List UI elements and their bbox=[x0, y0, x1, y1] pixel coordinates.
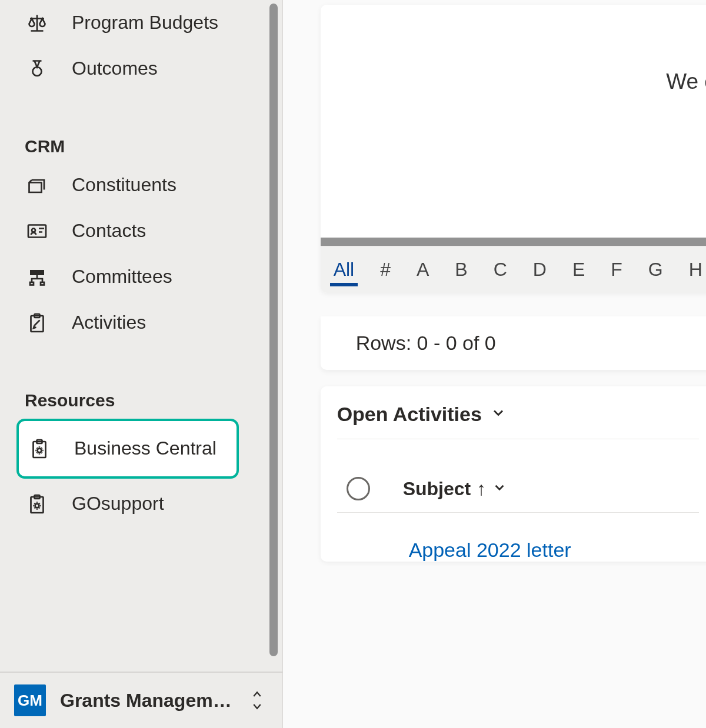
sidebar-item-program-budgets[interactable]: Program Budgets bbox=[0, 0, 259, 46]
sidebar: Program Budgets Outcomes CRM Constituent… bbox=[0, 0, 283, 728]
app-switch-icon[interactable] bbox=[246, 684, 268, 716]
clipboard-gear-icon bbox=[27, 436, 52, 461]
alpha-filter-g[interactable]: G bbox=[645, 253, 667, 286]
list-header: Subject ↑ bbox=[321, 439, 706, 512]
activity-link[interactable]: Appeal 2022 letter bbox=[409, 539, 571, 561]
open-activities-toggle[interactable]: Open Activities bbox=[321, 386, 706, 439]
horizontal-scrollbar[interactable] bbox=[321, 238, 706, 246]
alpha-filter-d[interactable]: D bbox=[530, 253, 550, 286]
select-all-checkbox[interactable] bbox=[347, 477, 370, 500]
sidebar-item-label: Activities bbox=[72, 310, 146, 335]
sidebar-item-label: Contacts bbox=[72, 219, 146, 243]
sidebar-item-constituents[interactable]: Constituents bbox=[0, 162, 259, 208]
empty-state-message: We c bbox=[321, 5, 706, 94]
svg-point-2 bbox=[32, 229, 35, 232]
alpha-filter-e[interactable]: E bbox=[569, 253, 588, 286]
sort-arrow-up-icon: ↑ bbox=[477, 478, 486, 500]
svg-rect-4 bbox=[30, 282, 34, 285]
column-header-subject[interactable]: Subject ↑ bbox=[403, 478, 508, 500]
alphabet-filter: All#ABCDEFGH bbox=[321, 246, 706, 293]
sidebar-item-activities[interactable]: Activities bbox=[0, 300, 259, 346]
alpha-filter-a[interactable]: A bbox=[413, 253, 432, 286]
list-card: We c All#ABCDEFGH bbox=[321, 5, 706, 293]
sidebar-item-label: Business Central bbox=[74, 436, 217, 461]
balance-icon bbox=[25, 11, 49, 35]
svg-rect-5 bbox=[41, 282, 44, 285]
sidebar-section-resources: Resources bbox=[0, 374, 259, 416]
open-activities-card: Open Activities Subject ↑ Appeal 2022 bbox=[321, 386, 706, 562]
column-header-label: Subject bbox=[403, 478, 471, 500]
alpha-filter-b[interactable]: B bbox=[451, 253, 471, 286]
sidebar-scrollbar[interactable] bbox=[269, 4, 278, 656]
open-activities-title: Open Activities bbox=[337, 403, 482, 426]
sidebar-section-crm: CRM bbox=[0, 120, 259, 162]
alpha-filter-f[interactable]: F bbox=[607, 253, 626, 286]
contact-card-icon bbox=[25, 219, 49, 243]
chevron-down-icon bbox=[492, 478, 507, 500]
alpha-filter-h[interactable]: H bbox=[685, 253, 706, 286]
folder-stack-icon bbox=[25, 173, 49, 198]
app-picker-name: Grants Managem… bbox=[60, 690, 232, 712]
list-row[interactable]: Appeal 2022 letter bbox=[321, 513, 706, 562]
sidebar-item-label: Outcomes bbox=[72, 56, 158, 81]
alpha-filter-all[interactable]: All bbox=[330, 253, 358, 286]
medal-icon bbox=[25, 56, 49, 81]
app-picker[interactable]: GM Grants Managem… bbox=[0, 672, 282, 728]
svg-point-13 bbox=[35, 504, 39, 508]
svg-point-10 bbox=[38, 449, 42, 453]
chevron-down-icon bbox=[490, 403, 507, 426]
sidebar-item-committees[interactable]: Committees bbox=[0, 254, 259, 300]
svg-rect-1 bbox=[28, 225, 46, 238]
sidebar-item-label: Committees bbox=[72, 265, 172, 289]
org-chart-icon bbox=[25, 265, 49, 289]
sidebar-item-outcomes[interactable]: Outcomes bbox=[0, 46, 259, 92]
sidebar-item-label: GOsupport bbox=[72, 492, 164, 516]
sidebar-item-label: Constituents bbox=[72, 173, 176, 198]
rows-count: Rows: 0 - 0 of 0 bbox=[321, 316, 706, 370]
main-content: We c All#ABCDEFGH Rows: 0 - 0 of 0 Open … bbox=[283, 0, 706, 728]
sidebar-item-label: Program Budgets bbox=[72, 11, 218, 35]
app-avatar: GM bbox=[14, 684, 46, 716]
sidebar-item-gosupport[interactable]: GOsupport bbox=[0, 481, 259, 527]
svg-rect-3 bbox=[30, 270, 44, 275]
clipboard-edit-icon bbox=[25, 310, 49, 335]
sidebar-item-business-central[interactable]: Business Central bbox=[16, 419, 239, 479]
alpha-filter-#[interactable]: # bbox=[377, 253, 394, 286]
clipboard-gear-icon bbox=[25, 492, 49, 516]
alpha-filter-c[interactable]: C bbox=[490, 253, 511, 286]
sidebar-item-contacts[interactable]: Contacts bbox=[0, 208, 259, 254]
